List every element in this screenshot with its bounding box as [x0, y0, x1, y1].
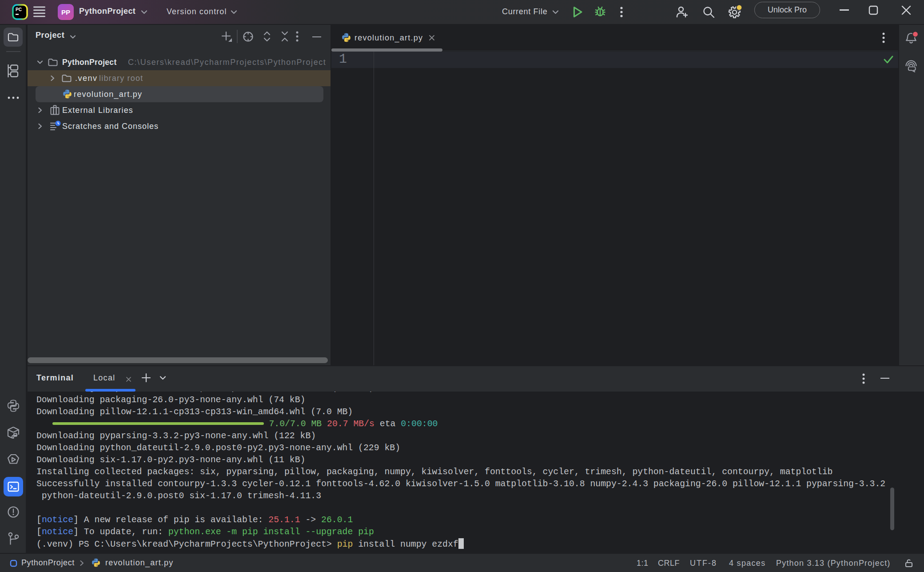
svg-text:PC: PC	[16, 7, 22, 12]
